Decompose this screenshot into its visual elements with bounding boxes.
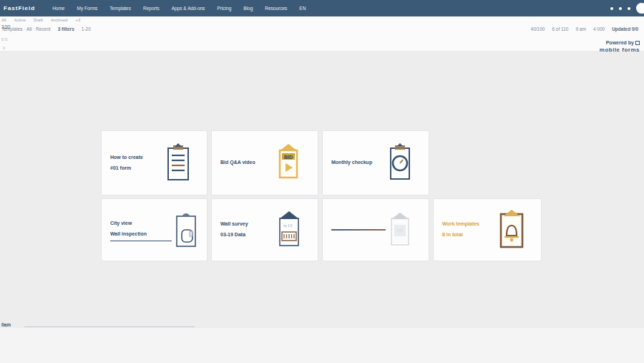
card-subtitle: #01 form — [110, 163, 143, 174]
filter-range[interactable]: 1-20 — [82, 26, 91, 32]
clipboard-bell-icon — [497, 208, 527, 251]
sort-option-3[interactable]: 9 am — [575, 26, 585, 32]
card-title: City view — [110, 221, 132, 226]
nav-item-templates[interactable]: Templates — [109, 6, 131, 11]
navbar-right-controls — [610, 0, 644, 16]
sort-option-2[interactable]: 6 of 110 — [552, 26, 568, 32]
tab-more[interactable]: +3 — [75, 18, 80, 22]
nav-item-reports[interactable]: Reports — [143, 6, 160, 11]
sort-option-1[interactable]: 40/100 — [531, 26, 545, 32]
svg-text:ny 1 0: ny 1 0 — [283, 224, 293, 228]
tab-archived[interactable]: Archived — [51, 18, 67, 22]
avatar[interactable] — [636, 3, 644, 14]
template-card-clock[interactable]: Monthly checkup — [322, 130, 429, 195]
card-subtitle: 8 in total — [442, 230, 479, 241]
top-navbar: FastField Home My Forms Templates Report… — [0, 0, 644, 16]
placeholder-rule — [331, 229, 386, 231]
filter-right-group: 40/100 6 of 110 9 am 4 000 Updated 0/0 — [531, 26, 638, 32]
sort-option-5[interactable]: Updated 0/0 — [612, 26, 638, 32]
nav-item-language[interactable]: EN — [299, 6, 306, 11]
template-card-notifications[interactable]: Work templates 8 in total — [433, 198, 542, 261]
svg-text:BIN: BIN — [397, 228, 404, 233]
card-subtitle: 03-19 Data — [220, 230, 248, 241]
card-title: Wall survey — [220, 221, 248, 226]
notification-dot-icon[interactable] — [610, 7, 613, 10]
powered-by-block: Powered by mobile forms — [600, 40, 640, 53]
clipboard-shape-icon — [172, 210, 200, 250]
help-dot-icon[interactable] — [619, 7, 622, 10]
nav-item-resources[interactable]: Resources — [265, 6, 287, 11]
tab-active[interactable]: Active — [14, 18, 26, 22]
template-card-bid-video[interactable]: Bid Q&A video BID — [211, 130, 318, 195]
nav-links: Home My Forms Templates Reports Apps & A… — [52, 6, 306, 11]
template-card-checklist[interactable]: How to create #01 form — [101, 130, 208, 195]
clipboard-list-icon — [164, 142, 192, 184]
nav-item-my-forms[interactable]: My Forms — [77, 6, 97, 11]
card-title: Work templates — [442, 221, 479, 226]
template-card-empty[interactable]: BIN — [322, 198, 429, 261]
filter-left-group: Templates · All · Recent 3 filters 1-20 — [1, 26, 91, 32]
nav-item-home[interactable]: Home — [52, 6, 64, 11]
nav-item-apps[interactable]: Apps & Add-ons — [172, 6, 205, 11]
tertiary-count: 0 — [3, 46, 5, 50]
card-title: Monthly checkup — [331, 160, 372, 165]
clipboard-barcode-icon: ny 1 0 — [275, 210, 303, 250]
secondary-count: 0 0 — [1, 37, 7, 42]
toolbar-strip: All Active Draft Archived +3 Templates ·… — [0, 16, 644, 52]
clipboard-clock-icon — [386, 142, 414, 184]
external-link-icon — [635, 41, 640, 45]
svg-text:BID: BID — [284, 154, 293, 159]
card-subtitle-link[interactable]: Wall inspection — [110, 229, 172, 241]
card-title: How to create — [110, 155, 143, 160]
filter-row: Templates · All · Recent 3 filters 1-20 … — [0, 26, 644, 32]
filter-tabs: All Active Draft Archived +3 — [1, 18, 80, 22]
template-card-inspection[interactable]: City view Wall inspection — [101, 198, 208, 261]
result-count: 100 — [1, 24, 11, 30]
template-card-estimate[interactable]: Wall survey 03-19 Data ny 1 0 — [211, 198, 318, 261]
bid-video-icon: BID — [273, 142, 303, 184]
powered-by-text: Powered by — [606, 40, 634, 45]
nav-item-blog[interactable]: Blog — [243, 6, 253, 11]
card-title: Bid Q&A video — [220, 160, 255, 165]
bottom-strip — [0, 328, 644, 363]
footer-divider — [24, 326, 195, 327]
filter-count[interactable]: 3 filters — [58, 26, 74, 32]
powered-by-brand: mobile forms — [600, 47, 640, 53]
tab-draft[interactable]: Draft — [34, 18, 43, 22]
clipboard-ghost-icon: BIN — [386, 210, 414, 249]
settings-dot-icon[interactable] — [628, 7, 630, 10]
nav-item-pricing[interactable]: Pricing — [217, 6, 231, 11]
sort-option-4[interactable]: 4 000 — [593, 26, 605, 32]
tab-all[interactable]: All — [1, 18, 6, 22]
footer-label: 0am — [1, 322, 11, 327]
app-logo[interactable]: FastField — [4, 5, 35, 11]
